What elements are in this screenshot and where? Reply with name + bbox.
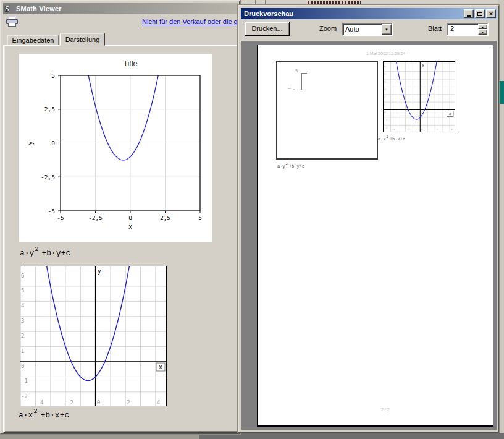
sheet-label: Blatt (428, 25, 442, 32)
background-text-sliver (308, 1, 361, 5)
svg-text:0: 0 (21, 363, 24, 369)
formula-a-y2: a·y2+b·y+c (20, 247, 70, 258)
svg-text:2,5: 2,5 (160, 215, 170, 221)
formula-base: a·y (277, 164, 285, 169)
tab-eingabedaten[interactable]: Eingabedaten (7, 35, 59, 45)
svg-text:-2: -2 (406, 128, 410, 131)
svg-text:x: x (449, 111, 452, 116)
formula-base: a·y (20, 249, 34, 258)
svg-text:-1: -1 (21, 378, 28, 384)
dialog-title: Druckvorschau (244, 10, 463, 17)
print-preview-dialog: Druckvorschau × Drucken... Zoom Auto ▼ B… (238, 5, 499, 433)
minimize-icon (467, 15, 471, 17)
svg-text:1: 1 (21, 348, 24, 354)
print-icon-paper-out (8, 23, 16, 27)
preview-backdrop[interactable]: 1 Mai 2013 11:59:24 - 5 a·y2+b·y+c 65432… (241, 41, 497, 430)
svg-text:6: 6 (384, 65, 386, 68)
svg-text:2: 2 (21, 333, 24, 339)
svg-text:5: 5 (21, 288, 24, 294)
svg-text:5: 5 (198, 215, 202, 221)
svg-text:4: 4 (451, 128, 453, 131)
tab-darstellung[interactable]: Darstellung (60, 33, 105, 46)
svg-text:0: 0 (128, 215, 132, 221)
formula-base: a·x (19, 411, 33, 420)
svg-text:2: 2 (127, 399, 130, 406)
parabola-chart-grid-mini: 6543210-1-2-4-2024yx (383, 61, 455, 132)
svg-text:x: x (128, 223, 132, 230)
svg-text:4: 4 (157, 399, 160, 406)
svg-text:4: 4 (384, 80, 386, 83)
close-button[interactable]: × (486, 9, 496, 18)
zoom-label: Zoom (319, 25, 337, 32)
parabola-chart-framed: -5-2,502,5552,50-2,5-5Titlexy (19, 54, 212, 242)
svg-text:y: y (422, 62, 424, 67)
smath-window-title: SMath Viewer (16, 5, 62, 12)
partial-tick-mark (288, 88, 291, 89)
formula-a-x2: a·x2+b·x+c (19, 409, 69, 420)
partial-plot-box: 5 (276, 61, 378, 160)
svg-text:2: 2 (436, 128, 438, 131)
svg-text:0: 0 (421, 128, 423, 131)
maximize-icon (477, 12, 482, 16)
preview-page: 1 Mai 2013 11:59:24 - 5 a·y2+b·y+c 65432… (257, 45, 494, 427)
dialog-title-bar[interactable]: Druckvorschau × (241, 8, 497, 19)
partial-plot-tick-label: 5 (295, 69, 298, 74)
svg-text:-4: -4 (392, 128, 396, 131)
preview-formula-a-x2: a·x2+b·x+c (378, 135, 405, 142)
desktop-teal-patch (498, 81, 504, 104)
formula-base: a·x (378, 137, 386, 142)
svg-text:2,5: 2,5 (44, 106, 55, 113)
maximize-button[interactable] (475, 9, 485, 18)
preview-formula-a-y2: a·y2+b·y+c (277, 163, 304, 169)
svg-text:-2,5: -2,5 (41, 174, 55, 181)
svg-text:0: 0 (97, 399, 100, 406)
parabola-chart-grid: 6543210-1-2-4-2024yx (20, 266, 167, 406)
close-icon: × (489, 11, 493, 17)
chevron-down-icon[interactable]: ▼ (382, 24, 392, 35)
svg-text:-1: -1 (384, 118, 388, 121)
page-header-timestamp: 1 Mai 2013 11:59:24 - (366, 51, 408, 56)
svg-text:Title: Title (123, 59, 137, 68)
zoom-value: Auto (345, 25, 359, 34)
partial-axis-corner (301, 73, 302, 90)
formula-rest: +b·y+c (289, 164, 304, 169)
svg-text:4: 4 (21, 302, 24, 309)
svg-text:-2,5: -2,5 (88, 215, 103, 221)
svg-text:5: 5 (384, 72, 386, 75)
page-number: 2 / 2 (381, 407, 390, 412)
smath-title-bar[interactable]: S SMath Viewer (3, 3, 238, 14)
formula-rest: +b·x+c (390, 137, 405, 142)
license-link[interactable]: Nicht für den Verkauf oder die g (142, 18, 242, 27)
svg-text:-2: -2 (67, 399, 74, 406)
formula-exponent: 2 (286, 162, 288, 166)
background-taskbar-sliver (0, 435, 199, 439)
formula-rest: +b·x+c (40, 411, 69, 420)
svg-text:0: 0 (384, 111, 386, 114)
svg-text:-4: -4 (37, 399, 44, 406)
spin-up-icon[interactable]: ▲ (478, 24, 487, 29)
svg-text:6: 6 (21, 273, 24, 279)
sheet-number-value: 2 (450, 25, 454, 32)
sheet-number-input[interactable]: 2 ▲ ▼ (447, 23, 489, 36)
spin-down-icon[interactable]: ▼ (478, 30, 487, 35)
svg-text:3: 3 (384, 88, 386, 91)
zoom-combobox[interactable]: Auto ▼ (342, 23, 393, 36)
svg-text:1: 1 (384, 103, 386, 106)
svg-text:0: 0 (51, 140, 55, 147)
svg-text:-5: -5 (57, 215, 64, 221)
smath-viewer-window: S SMath Viewer Nicht für den Verkauf ode… (0, 0, 240, 434)
svg-text:3: 3 (21, 318, 24, 324)
drucken-button[interactable]: Drucken... (245, 22, 290, 36)
minimize-button[interactable] (464, 9, 474, 18)
svg-text:x: x (159, 364, 162, 370)
sheet-spinner: ▲ ▼ (478, 24, 487, 35)
svg-text:-5: -5 (48, 208, 55, 215)
svg-text:-2: -2 (21, 393, 28, 399)
print-icon[interactable] (6, 17, 19, 27)
svg-text:y: y (98, 268, 101, 275)
svg-text:-2: -2 (384, 126, 388, 129)
formula-exponent: 2 (387, 135, 388, 139)
formula-exponent: 2 (33, 408, 37, 415)
svg-text:5: 5 (51, 72, 55, 79)
svg-text:y: y (27, 141, 34, 145)
